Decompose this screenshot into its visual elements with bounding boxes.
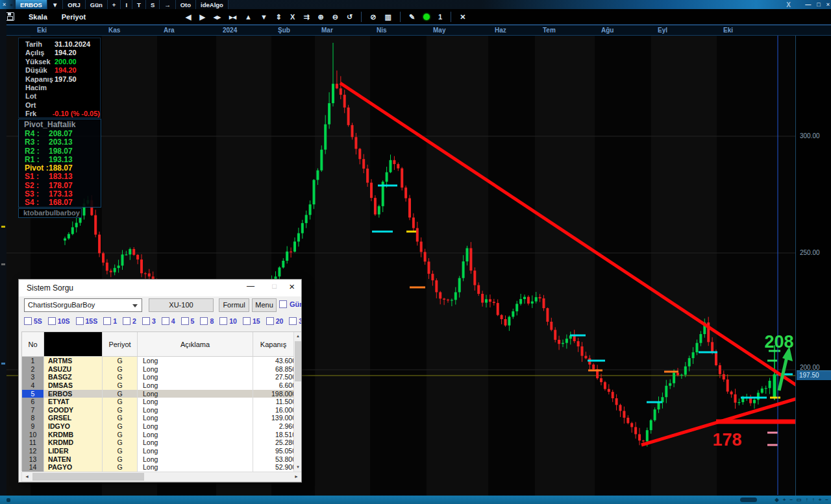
cell-periyot: G [103, 438, 138, 447]
info-value: -0.10 (% -0.05) [53, 110, 100, 118]
gun-checkbox[interactable] [279, 300, 287, 308]
period-checkbox-10[interactable]: 10 [219, 317, 237, 325]
table-row[interactable]: 4DMSASGLong6.600 [22, 381, 294, 390]
kapanis-value: 27.500 [275, 373, 294, 381]
axis-label: 300.00 [800, 132, 820, 139]
pivot-row: S3 :173.13 [19, 189, 101, 198]
dialog-maximize-icon[interactable]: □ [272, 282, 277, 290]
info-row: Yüksek200.00 [19, 58, 100, 66]
cell-periyot: G [103, 447, 138, 455]
vertical-scrollbar[interactable]: ▲ ▼ [293, 332, 301, 472]
status-dot-icon [6, 498, 10, 502]
vscroll-thumb[interactable] [295, 341, 301, 381]
checkbox-icon[interactable] [24, 317, 32, 325]
status-bar: ◆+−▭↑↑+− [0, 496, 831, 504]
pivot-value: 198.07 [49, 147, 73, 155]
info-row: Frk-0.10 (% -0.05) [19, 110, 100, 118]
cell-symbol: GOODY [44, 406, 103, 414]
column-header-No[interactable]: No [22, 332, 44, 356]
checkbox-icon[interactable] [243, 317, 251, 325]
table-row[interactable]: 13NATENGLong53.800 [22, 455, 294, 464]
hzoom-out-icon[interactable]: − [789, 496, 793, 504]
kapanis-value: 52.900 [275, 463, 294, 471]
checkbox-icon[interactable] [266, 317, 274, 325]
table-row[interactable]: 14PAGYOGLong52.900 [22, 463, 294, 472]
period-checkbox-15s[interactable]: 15S [76, 317, 98, 325]
checkbox-icon[interactable] [103, 317, 111, 325]
table-row[interactable]: 1ARTMSGLong43.600 [22, 357, 294, 365]
cell-kapanis: 6.600 [253, 381, 294, 390]
table-row[interactable]: 3BASGZGLong27.500 [22, 373, 294, 381]
cell-periyot: G [103, 365, 138, 374]
cell-aciklama: Long [138, 398, 253, 406]
pivot-label: S1 : [19, 172, 49, 180]
price-axis[interactable]: 197.50 300.00250.00200.00 [795, 36, 831, 496]
scroll-down-icon[interactable]: ▼ [294, 463, 302, 472]
scroll-up-icon[interactable]: ▲ [294, 332, 302, 341]
vscale-up-icon[interactable]: ↑ [806, 496, 808, 504]
checkbox-icon[interactable] [200, 317, 208, 325]
table-row[interactable]: 8GRSELGLong139.000 [22, 414, 294, 422]
query-select[interactable]: ChartistSorguBarBoy [24, 298, 142, 312]
table-row[interactable]: 2ASUZUGLong68.850 [22, 365, 294, 374]
table-row[interactable]: 11KRDMDGLong25.280 [22, 438, 294, 447]
dialog-title: Sistem Sorgu [27, 283, 73, 293]
checkbox-icon[interactable] [219, 317, 227, 325]
cell-periyot: G [103, 463, 138, 472]
checkbox-icon[interactable] [48, 317, 56, 325]
checkbox-icon[interactable] [289, 317, 297, 325]
fit-icon[interactable]: ▭ [797, 496, 802, 504]
column-header-Açıklama[interactable]: Açıklama [138, 332, 253, 356]
period-checkbox-2[interactable]: 2 [123, 317, 136, 325]
period-checkbox-30[interactable]: 30 [289, 317, 302, 325]
period-checkbox-4[interactable]: 4 [162, 317, 175, 325]
pivot-value: 168.07 [49, 198, 73, 206]
period-checkbox-15[interactable]: 15 [243, 317, 260, 325]
marker-icon[interactable]: ◆ [775, 496, 779, 504]
checkbox-label: 30 [299, 317, 302, 325]
period-checkbox-20[interactable]: 20 [266, 317, 284, 325]
checkbox-icon[interactable] [123, 317, 130, 325]
table-row[interactable]: 10KRDMBGLong18.510 [22, 431, 294, 439]
period-checkbox-8[interactable]: 8 [200, 317, 214, 325]
formul-button[interactable]: Formul [219, 298, 249, 312]
period-checkbox-1[interactable]: 1 [103, 317, 117, 325]
table-row[interactable]: 12LIDERGLong95.050 [22, 447, 294, 455]
cell-symbol: BASGZ [44, 373, 103, 381]
cell-periyot: G [103, 373, 138, 381]
period-checkbox-5s[interactable]: 5S [24, 317, 42, 325]
table-row[interactable]: 5ERBOSGLong198.000 [22, 390, 294, 398]
vzoom-in-icon[interactable]: + [819, 496, 822, 504]
cell-aciklama: Long [138, 463, 253, 472]
dialog-minimize-icon[interactable]: — [247, 282, 254, 291]
period-checkbox-10s[interactable]: 10S [48, 317, 70, 325]
menu-button[interactable]: Menu [252, 298, 277, 312]
info-label: Hacim [19, 84, 55, 92]
xu100-button[interactable]: XU-100 [149, 298, 214, 312]
hzoom-in-icon[interactable]: + [783, 496, 786, 504]
checkbox-icon[interactable] [142, 317, 150, 325]
status-controls: ◆+−▭↑↑+− [775, 496, 828, 504]
column-header-Kapanış[interactable]: Kapanış [253, 332, 294, 356]
scroll-right-icon[interactable]: ► [291, 472, 301, 481]
pivot-row: Pivot :188.07 [19, 163, 101, 172]
column-header-symbol[interactable] [44, 332, 103, 356]
checkbox-icon[interactable] [76, 317, 84, 325]
table-row[interactable]: 9IDGYOGLong2.960 [22, 422, 294, 431]
column-header-Periyot[interactable]: Periyot [103, 332, 138, 356]
dialog-title-bar[interactable]: Sistem Sorgu — □ × [19, 280, 301, 296]
checkbox-label: 3 [152, 317, 156, 325]
table-row[interactable]: 6ETYATGLong11.500 [22, 398, 294, 406]
table-row[interactable]: 7GOODYGLong16.000 [22, 406, 294, 414]
vscale-up2-icon[interactable]: ↑ [812, 496, 815, 504]
dialog-close-icon[interactable]: × [289, 281, 295, 292]
scroll-left-icon[interactable]: ◄ [22, 472, 32, 481]
cell-no: 5 [22, 390, 44, 398]
checkbox-icon[interactable] [162, 317, 169, 325]
checkbox-icon[interactable] [181, 317, 189, 325]
vzoom-out-icon[interactable]: − [825, 496, 828, 504]
period-checkbox-3[interactable]: 3 [142, 317, 156, 325]
period-checkbox-5[interactable]: 5 [181, 317, 195, 325]
horizontal-scrollbar[interactable]: ◄ ► [21, 472, 302, 482]
hscroll-thumb[interactable] [32, 473, 144, 481]
